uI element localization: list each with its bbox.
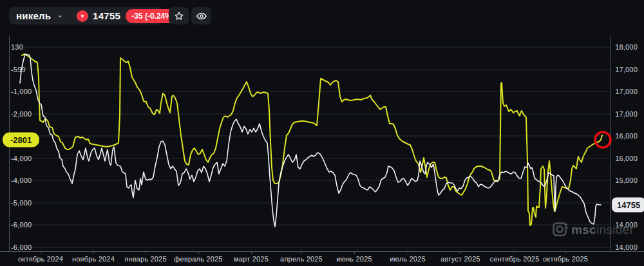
left-axis-label: 130 bbox=[11, 43, 23, 51]
indicator-line-series bbox=[22, 54, 602, 225]
left-axis-label: -6,000 bbox=[11, 221, 32, 229]
x-axis-label: июнь 2025 bbox=[336, 255, 372, 263]
x-axis-label: апрель 2025 bbox=[280, 255, 323, 263]
x-axis-label: март 2025 bbox=[234, 255, 269, 263]
x-axis-label: февраль 2025 bbox=[174, 255, 222, 263]
right-axis-label: 16,000 bbox=[615, 132, 638, 140]
star-icon bbox=[174, 11, 184, 21]
left-axis-label: -2,000 bbox=[11, 110, 32, 118]
symbol-name: никель bbox=[16, 10, 51, 21]
right-axis-label: 14,000 bbox=[615, 243, 638, 251]
left-axis-label: -4,000 bbox=[11, 176, 32, 184]
price-down-icon: ▼ bbox=[77, 10, 88, 22]
right-axis-current-value-pill: 14755 bbox=[612, 198, 644, 213]
chevron-down-icon[interactable]: ⌄ bbox=[57, 10, 64, 19]
right-axis-label: 17,000 bbox=[615, 110, 638, 118]
watch-button[interactable] bbox=[191, 7, 211, 24]
highlight-circle-annotation bbox=[595, 132, 611, 147]
left-axis-label: -4,000 bbox=[11, 155, 32, 162]
left-axis-label: -599 bbox=[11, 66, 26, 73]
x-axis-label: июль 2025 bbox=[390, 255, 426, 263]
left-axis-label: -6,000 bbox=[11, 243, 32, 251]
right-axis-label: 15,000 bbox=[615, 176, 638, 184]
left-axis-current-value-pill: -2801 bbox=[3, 133, 39, 147]
x-axis-label: ноябрь 2024 bbox=[72, 255, 115, 263]
x-axis-label: сентябрь 2025 bbox=[490, 255, 540, 263]
right-axis-label: 14,000 bbox=[615, 221, 638, 229]
eye-icon bbox=[196, 10, 207, 22]
left-axis-label: -5,000 bbox=[11, 199, 32, 207]
x-axis-label: август 2025 bbox=[440, 255, 480, 263]
x-axis-label: октябрь 2024 bbox=[18, 255, 63, 263]
right-axis-label: 17,000 bbox=[615, 66, 638, 73]
right-axis-label: 18,000 bbox=[615, 43, 638, 51]
price-line-series bbox=[20, 54, 601, 227]
favorite-button[interactable] bbox=[169, 7, 189, 24]
symbol-selector[interactable]: никель ⌄ ▼ 14755 -35 (-0.24%) bbox=[9, 7, 162, 24]
last-price: 14755 bbox=[93, 10, 120, 21]
price-chart-canvas[interactable] bbox=[0, 0, 644, 266]
right-axis-label: 16,000 bbox=[615, 155, 638, 162]
toolbar: никель ⌄ ▼ 14755 -35 (-0.24%) bbox=[0, 0, 644, 32]
x-axis-label: январь 2025 bbox=[124, 255, 166, 263]
x-axis-label: октябрь 2025 bbox=[543, 255, 588, 263]
left-axis-label: -1,000 bbox=[11, 88, 32, 95]
right-axis-label: 17,000 bbox=[615, 88, 638, 95]
